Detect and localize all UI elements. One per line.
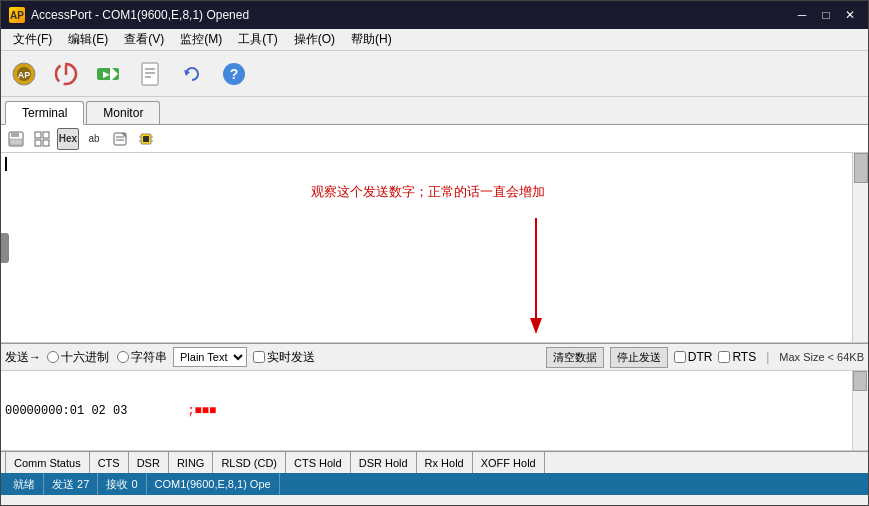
toolbar: AP ▶ [1, 51, 868, 97]
toolbar-connect-button[interactable]: ▶ [89, 55, 127, 93]
secondary-toolbar: Hex ab [1, 125, 868, 153]
send-area: 发送→ 十六进制 字符串 Plain Text 实时发送 清空数据 停止发送 D… [1, 343, 868, 371]
annotation: 观察这个发送数字；正常的话一直会增加 [311, 183, 545, 201]
data-address: 00000000:01 02 03 [5, 404, 127, 418]
dsr-hold-label: DSR Hold [351, 452, 417, 473]
menu-view[interactable]: 查看(V) [116, 29, 172, 50]
annotation-text: 观察这个发送数字；正常的话一直会增加 [311, 184, 545, 199]
menu-monitor[interactable]: 监控(M) [172, 29, 230, 50]
menu-edit[interactable]: 编辑(E) [60, 29, 116, 50]
send-scroll-thumb[interactable] [853, 371, 867, 391]
svg-text:?: ? [230, 66, 239, 82]
dsr-label: DSR [129, 452, 169, 473]
minimize-button[interactable]: ─ [792, 5, 812, 25]
recv-count: 接收 0 [98, 473, 146, 495]
ab-label: ab [88, 133, 99, 144]
send-label: 发送→ [5, 349, 41, 366]
app-window: AP AccessPort - COM1(9600,E,8,1) Opened … [0, 0, 869, 506]
title-buttons: ─ □ ✕ [792, 5, 860, 25]
svg-rect-8 [142, 63, 158, 85]
svg-rect-16 [11, 132, 19, 137]
radio-string[interactable]: 字符串 [117, 349, 167, 366]
svg-rect-21 [43, 140, 49, 146]
title-bar: AP AccessPort - COM1(9600,E,8,1) Opened … [1, 1, 868, 29]
ring-label: RING [169, 452, 214, 473]
left-connector [1, 233, 9, 263]
tab-monitor[interactable]: Monitor [86, 101, 160, 124]
port-info: COM1(9600,E,8,1) Ope [147, 473, 280, 495]
tabs-bar: Terminal Monitor [1, 97, 868, 125]
dtr-checkbox[interactable]: DTR [674, 350, 713, 364]
title-text: AccessPort - COM1(9600,E,8,1) Opened [31, 8, 249, 22]
toolbar-document-button[interactable] [131, 55, 169, 93]
toolbar-power-button[interactable] [47, 55, 85, 93]
globe-icon: AP [9, 59, 39, 89]
refresh-icon [178, 60, 206, 88]
rx-hold-label: Rx Hold [417, 452, 473, 473]
svg-rect-27 [143, 136, 149, 142]
stop-send-button[interactable]: 停止发送 [610, 347, 668, 368]
hex-label: Hex [59, 133, 77, 144]
tab-terminal[interactable]: Terminal [5, 101, 84, 125]
document-icon [136, 60, 164, 88]
realtime-checkbox[interactable]: 实时发送 [253, 349, 315, 366]
maximize-button[interactable]: □ [816, 5, 836, 25]
radio-group: 十六进制 字符串 [47, 349, 167, 366]
close-button[interactable]: ✕ [840, 5, 860, 25]
rlsd-label: RLSD (CD) [213, 452, 286, 473]
grid-button[interactable] [31, 128, 53, 150]
send-data-area: 00000000:01 02 03 ;■■■ [1, 371, 868, 451]
svg-text:▶: ▶ [103, 70, 110, 79]
save-icon [8, 131, 24, 147]
hex-button[interactable]: Hex [57, 128, 79, 150]
chip-button[interactable] [135, 128, 157, 150]
send-count: 发送 27 [44, 473, 98, 495]
scroll-thumb[interactable] [854, 153, 868, 183]
xoff-hold-label: XOFF Hold [473, 452, 545, 473]
bottom-status: 就绪 发送 27 接收 0 COM1(9600,E,8,1) Ope [1, 473, 868, 495]
main-content: 观察这个发送数字；正常的话一直会增加 [1, 153, 868, 343]
main-scrollbar[interactable] [852, 153, 868, 342]
help-icon: ? [220, 60, 248, 88]
title-bar-left: AP AccessPort - COM1(9600,E,8,1) Opened [9, 7, 249, 23]
send-scrollbar[interactable] [852, 371, 868, 450]
rts-checkbox[interactable]: RTS [718, 350, 756, 364]
save-button[interactable] [5, 128, 27, 150]
svg-rect-20 [35, 140, 41, 146]
menu-tools[interactable]: 工具(T) [230, 29, 285, 50]
grid-icon [34, 131, 50, 147]
toolbar-help-button[interactable]: ? [215, 55, 253, 93]
cts-label: CTS [90, 452, 129, 473]
comm-status-label: Comm Status [5, 452, 90, 473]
clear-button[interactable]: 清空数据 [546, 347, 604, 368]
connect-icon: ▶ [94, 60, 122, 88]
svg-text:AP: AP [18, 70, 31, 80]
power-icon [52, 60, 80, 88]
toolbar-refresh-button[interactable] [173, 55, 211, 93]
svg-rect-18 [35, 132, 41, 138]
ab-button[interactable]: ab [83, 128, 105, 150]
data-comment: ;■■■ [187, 404, 216, 418]
comm-status-bar: Comm Status CTS DSR RING RLSD (CD) CTS H… [1, 451, 868, 473]
svg-rect-17 [10, 139, 22, 145]
menu-bar: 文件(F) 编辑(E) 查看(V) 监控(M) 工具(T) 操作(O) 帮助(H… [1, 29, 868, 51]
plain-text-select[interactable]: Plain Text [173, 347, 247, 367]
menu-operation[interactable]: 操作(O) [286, 29, 343, 50]
edit-button[interactable] [109, 128, 131, 150]
menu-file[interactable]: 文件(F) [5, 29, 60, 50]
app-icon: AP [9, 7, 25, 23]
ready-label: 就绪 [5, 473, 44, 495]
radio-hex[interactable]: 十六进制 [47, 349, 109, 366]
toolbar-globe-button[interactable]: AP [5, 55, 43, 93]
cts-hold-label: CTS Hold [286, 452, 351, 473]
data-row: 00000000:01 02 03 ;■■■ [1, 371, 868, 450]
chip-icon [138, 131, 154, 147]
svg-rect-19 [43, 132, 49, 138]
cursor [5, 157, 7, 171]
arrow-svg [1, 153, 868, 343]
menu-help[interactable]: 帮助(H) [343, 29, 400, 50]
max-size-label: Max Size < 64KB [779, 351, 864, 363]
edit-icon [112, 131, 128, 147]
